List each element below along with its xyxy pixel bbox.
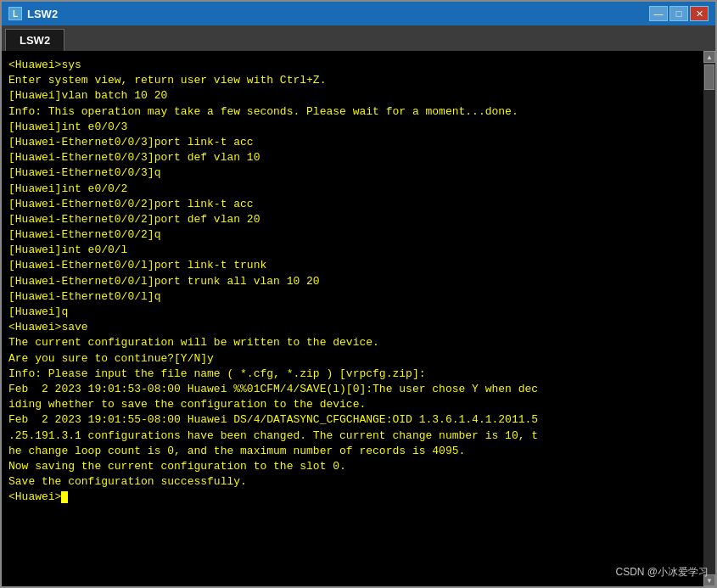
- terminal-line: he change loop count is 0, and the maxim…: [8, 444, 697, 459]
- terminal-line: [Huawei-Ethernet0/0/l]port link-t trunk: [8, 258, 697, 273]
- close-button[interactable]: ✕: [690, 6, 709, 21]
- terminal-line: [Huawei-Ethernet0/0/l]q: [8, 289, 697, 305]
- terminal-line: [Huawei-Ethernet0/0/2]port link-t acc: [8, 197, 697, 212]
- terminal-line: Info: This operation may take a few seco…: [8, 104, 697, 120]
- terminal-line: Are you sure to continue?[Y/N]y: [8, 351, 697, 367]
- terminal-line: iding whether to save the configuration …: [8, 397, 697, 412]
- scrollbar-track[interactable]: [703, 63, 715, 574]
- terminal-line: [Huawei-Ethernet0/0/3]q: [8, 165, 697, 181]
- terminal-cursor: [61, 491, 68, 503]
- tab-bar: LSW2: [2, 25, 715, 51]
- minimize-button[interactable]: —: [649, 6, 668, 21]
- terminal-line: [Huawei-Ethernet0/0/3]port def vlan 10: [8, 150, 697, 165]
- scrollbar-thumb[interactable]: [704, 64, 714, 90]
- terminal-line: Now saving the current configuration to …: [8, 459, 697, 474]
- terminal-line: <Huawei>save: [8, 320, 697, 335]
- terminal-line: Save the configuration successfully.: [8, 474, 697, 490]
- terminal-line: Feb 2 2023 19:01:55-08:00 Huawei DS/4/DA…: [8, 412, 697, 428]
- terminal-line: [Huawei]int e0/0/3: [8, 120, 697, 135]
- title-bar-left: L LSW2: [8, 7, 58, 20]
- main-window: L LSW2 — □ ✕ LSW2 <Huawei>sysEnter syste…: [0, 0, 717, 588]
- scrollbar[interactable]: ▲ ▼: [703, 51, 715, 586]
- maximize-button[interactable]: □: [669, 6, 688, 21]
- terminal-line: <Huawei>: [8, 490, 697, 505]
- terminal-line: [Huawei]q: [8, 305, 697, 320]
- terminal-line: Feb 2 2023 19:01:53-08:00 Huawei %%01CFM…: [8, 382, 697, 397]
- terminal-line: Enter system view, return user view with…: [8, 73, 697, 88]
- terminal-line: The current configuration will be writte…: [8, 335, 697, 350]
- tab-lsw2[interactable]: LSW2: [5, 29, 64, 51]
- terminal-line: [Huawei-Ethernet0/0/l]port trunk all vla…: [8, 274, 697, 289]
- terminal-line: [Huawei-Ethernet0/0/2]q: [8, 227, 697, 243]
- terminal-output[interactable]: <Huawei>sysEnter system view, return use…: [2, 51, 703, 586]
- terminal-line: Info: Please input the file name ( *.cfg…: [8, 367, 697, 382]
- terminal-line: [Huawei-Ethernet0/0/3]port link-t acc: [8, 135, 697, 150]
- app-icon: L: [8, 7, 22, 20]
- terminal-line: [Huawei]int e0/0/2: [8, 182, 697, 197]
- window-title: LSW2: [27, 8, 58, 20]
- window-controls: — □ ✕: [649, 6, 709, 21]
- terminal-line: [Huawei-Ethernet0/0/2]port def vlan 20: [8, 212, 697, 227]
- title-bar: L LSW2 — □ ✕: [2, 2, 715, 25]
- terminal-line: [Huawei]int e0/0/l: [8, 243, 697, 258]
- watermark: CSDN @小冰爱学习: [615, 565, 709, 580]
- terminal-line: <Huawei>sys: [8, 58, 697, 73]
- terminal-container: <Huawei>sysEnter system view, return use…: [2, 51, 715, 586]
- terminal-line: .25.191.3.1 configurations have been cha…: [8, 428, 697, 444]
- scrollbar-up-button[interactable]: ▲: [703, 51, 715, 63]
- terminal-line: [Huawei]vlan batch 10 20: [8, 88, 697, 104]
